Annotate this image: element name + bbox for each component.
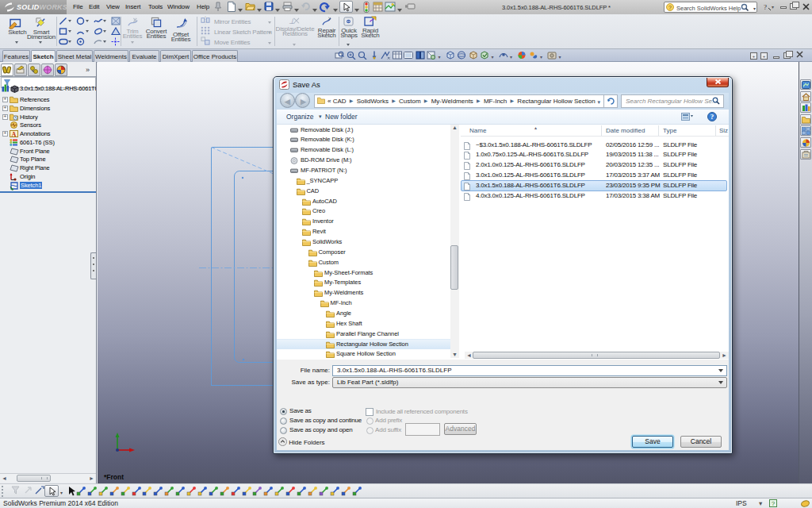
svg-text:?: ? [764, 3, 767, 10]
svg-text:*Front: *Front [104, 473, 124, 481]
svg-text:A: A [12, 131, 17, 138]
svg-text:?: ? [668, 5, 672, 10]
svg-text:?: ? [710, 113, 714, 121]
